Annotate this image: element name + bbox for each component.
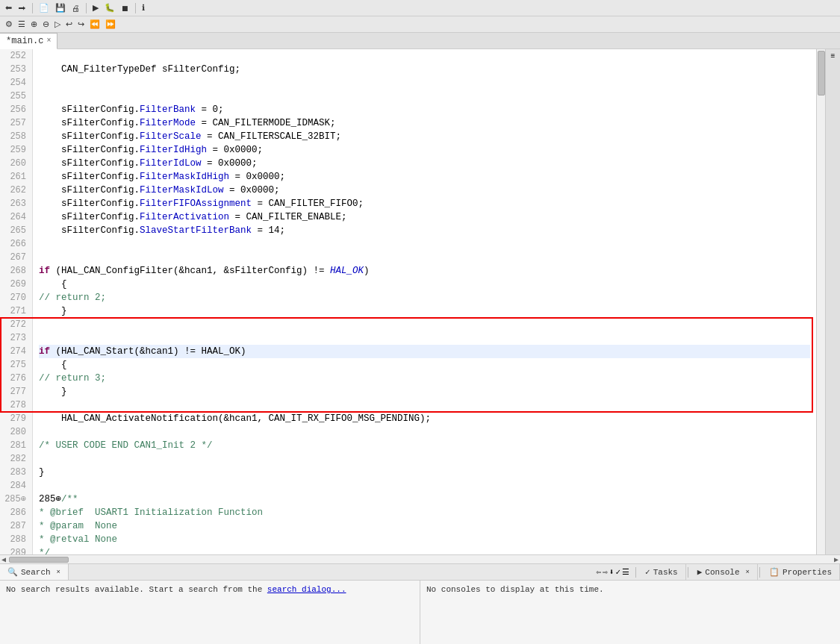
properties-icon: 📋 (769, 567, 780, 577)
scrollbar-thumb[interactable] (818, 51, 825, 96)
search-toolbar-icon-5[interactable]: ☰ (622, 567, 629, 577)
search-toolbar-icon-2[interactable]: ⇨ (603, 567, 608, 577)
code-line: sFilterConfig.FilterFIFOAssignment = CAN… (39, 197, 810, 210)
horizontal-scrollbar[interactable]: ◀ ▶ (0, 554, 840, 563)
toolbar2-btn1[interactable]: ⚙ (3, 19, 15, 30)
new-file-button[interactable]: 📄 (37, 2, 52, 13)
tab-main-c[interactable]: *main.c × (0, 33, 57, 49)
line-number: 286 (3, 506, 29, 519)
search-toolbar-icon-3[interactable]: ⬇ (609, 567, 615, 577)
code-line: // return 2; (39, 291, 810, 304)
print-button[interactable]: 🖨 (69, 3, 82, 13)
toolbar2-btn2[interactable]: ☰ (16, 19, 28, 30)
bottom-tab-separator (635, 567, 636, 578)
code-line (39, 425, 810, 439)
code-line (39, 76, 810, 90)
code-line: sFilterConfig.SlaveStartFilterBank = 14; (39, 224, 810, 237)
debug-button[interactable]: 🐛 (102, 2, 117, 13)
tab-search[interactable]: 🔍 Search × (0, 564, 69, 580)
code-line: if (HAL_CAN_Start(&hcan1) != HAAL_OK) (39, 345, 810, 358)
code-line: sFilterConfig.FilterScale = CAN_FILTERSC… (39, 130, 810, 143)
toolbar2-btn5[interactable]: ▷ (52, 19, 63, 30)
line-number: 284 (3, 479, 29, 493)
line-number: 259 (3, 143, 29, 157)
toolbar2-btn8[interactable]: ⏪ (87, 19, 102, 30)
search-no-results-text: No search results available. Start a sea… (6, 585, 267, 594)
code-line: } (39, 385, 810, 398)
code-line (39, 479, 810, 493)
properties-tab-label: Properties (783, 568, 832, 577)
info-button[interactable]: ℹ (140, 2, 147, 13)
line-number: 256 (3, 103, 29, 116)
run-button[interactable]: ▶ (90, 2, 101, 13)
code-line: * @brief USART1 Initialization Function (39, 506, 810, 519)
line-number: 281 (3, 439, 29, 452)
line-number: 288 (3, 533, 29, 546)
hscroll-right-arrow[interactable]: ▶ (834, 555, 839, 564)
hscroll-thumb[interactable] (9, 557, 69, 563)
line-number: 265 (3, 224, 29, 237)
editor-wrapper: 2522532542552562572582592602612622632642… (0, 49, 816, 554)
search-tab-close[interactable]: × (57, 569, 60, 576)
code-line: CAN_FilterTypeDef sFilterConfig; (39, 63, 810, 76)
tab-tasks[interactable]: ✓ Tasks (638, 564, 686, 580)
tab-close-button[interactable]: × (46, 37, 51, 45)
right-panel-toggle[interactable]: ≡ (825, 49, 840, 554)
toolbar2-btn4[interactable]: ⊖ (40, 19, 52, 30)
line-number: 260 (3, 157, 29, 170)
line-number: 263 (3, 197, 29, 210)
main-toolbar: ⬅ ⮕ 📄 💾 🖨 ▶ 🐛 ⏹ ℹ (0, 0, 840, 16)
code-editor[interactable]: CAN_FilterTypeDef sFilterConfig; sFilter… (33, 49, 816, 554)
line-number: 271 (3, 304, 29, 318)
line-number: 277 (3, 385, 29, 398)
line-number: 282 (3, 452, 29, 466)
back-button[interactable]: ⬅ (3, 2, 14, 13)
console-no-consoles-text: No consoles to display at this time. (426, 585, 604, 594)
line-number: 285⊕ (3, 493, 29, 506)
search-dialog-link[interactable]: search dialog... (267, 585, 346, 594)
code-line: sFilterConfig.FilterIdHigh = 0x0000; (39, 143, 810, 157)
code-line (39, 398, 810, 412)
save-button[interactable]: 💾 (53, 2, 68, 13)
search-toolbar-icon-4[interactable]: ✓ (615, 567, 620, 577)
line-number: 252 (3, 49, 29, 63)
toolbar-separator-1 (32, 3, 33, 13)
code-line (39, 237, 810, 251)
hscroll-left-arrow[interactable]: ◀ (1, 555, 6, 564)
line-number: 266 (3, 237, 29, 251)
code-line: HAL_CAN_ActivateNotification(&hcan1, CAN… (39, 412, 810, 425)
toolbar2-btn7[interactable]: ↪ (75, 19, 87, 30)
line-number: 264 (3, 210, 29, 224)
bottom-tab-separator-2 (688, 567, 688, 578)
code-line: 285⊕/** (39, 493, 810, 506)
line-numbers: 2522532542552562572582592602612622632642… (0, 49, 33, 554)
bottom-content: No search results available. Start a sea… (0, 581, 840, 644)
code-line: sFilterConfig.FilterMode = CAN_FILTERMOD… (39, 116, 810, 130)
toolbar2-btn3[interactable]: ⊕ (28, 19, 40, 30)
code-line: /* USER CODE END CAN1_Init 2 */ (39, 439, 810, 452)
code-line (39, 331, 810, 345)
toolbar2-btn9[interactable]: ⏩ (103, 19, 118, 30)
search-toolbar-icon-1[interactable]: ⇦ (597, 567, 602, 577)
toolbar-separator-2 (86, 3, 87, 13)
toolbar2-btn6[interactable]: ↩ (63, 19, 75, 30)
code-line: sFilterConfig.FilterMaskIdHigh = 0x0000; (39, 170, 810, 184)
line-number: 279 (3, 412, 29, 425)
console-icon: ▶ (697, 567, 703, 577)
forward-button[interactable]: ⮕ (16, 3, 28, 13)
code-line: sFilterConfig.FilterActivation = CAN_FIL… (39, 210, 810, 224)
code-line: * @param None (39, 519, 810, 533)
stop-button[interactable]: ⏹ (119, 3, 131, 13)
console-tab-close[interactable]: × (746, 569, 750, 576)
code-line: { (39, 278, 810, 291)
line-number: 276 (3, 372, 29, 385)
code-line: sFilterConfig.FilterBank = 0; (39, 103, 810, 116)
bottom-tab-separator-3 (759, 567, 760, 578)
search-panel: No search results available. Start a sea… (0, 581, 420, 644)
line-number: 270 (3, 291, 29, 304)
tab-console[interactable]: ▶ Console × (690, 564, 758, 580)
tab-label: *main.c (6, 36, 43, 46)
vertical-scrollbar[interactable] (816, 49, 825, 554)
tab-properties[interactable]: 📋 Properties (762, 564, 840, 580)
line-number: 287 (3, 519, 29, 533)
